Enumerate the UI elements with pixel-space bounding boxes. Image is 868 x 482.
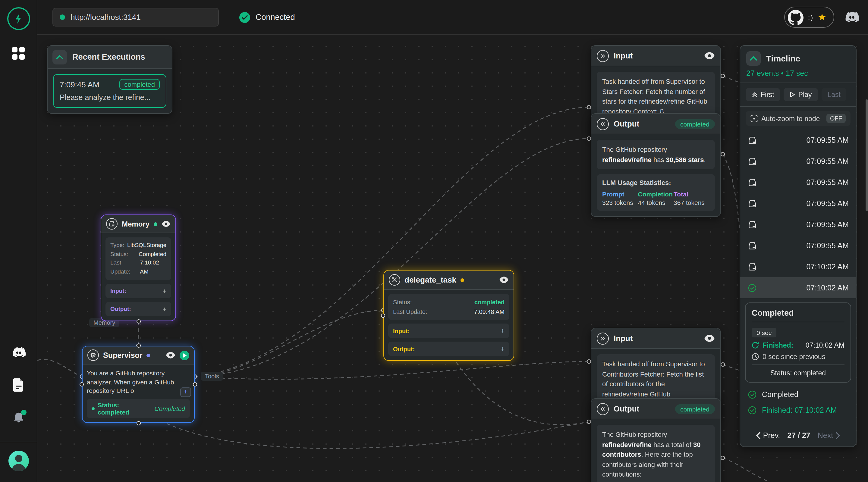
delegate-eye-icon[interactable] — [499, 277, 509, 283]
memory-node-body: Type:LibSQLStorage Status:Completed Last… — [101, 233, 176, 321]
event-status-text: Status: completed — [752, 369, 844, 377]
delegate-updated-label: Last Update: — [393, 307, 427, 316]
server-url-input[interactable]: http://localhost:3141 — [53, 8, 219, 27]
timeline-event-row[interactable]: 07:09:55 AM — [740, 214, 856, 235]
memory-type-value: LibSQLStorage — [127, 241, 166, 250]
edge-stub-3 — [723, 364, 741, 371]
app-logo-icon[interactable] — [7, 7, 30, 30]
timeline-controls: First Play Last — [740, 83, 856, 107]
llm-stat-total: Total 367 tokens — [674, 190, 710, 206]
supervisor-eye-icon[interactable] — [166, 352, 176, 358]
chevron-right-icon — [835, 432, 840, 439]
timeline-event-row[interactable]: 07:09:55 AM — [740, 193, 856, 214]
supervisor-left-handle[interactable] — [80, 382, 84, 386]
first-button[interactable]: First — [746, 88, 780, 101]
timeline-collapse-chevron-icon[interactable] — [746, 51, 761, 66]
user-avatar[interactable] — [8, 451, 29, 471]
github-star-button[interactable]: :) ★ — [784, 7, 834, 28]
supervisor-status-value: Completed — [154, 405, 185, 412]
chevron-left-icon — [756, 432, 761, 439]
event-duration-badge: 0 sec — [752, 328, 776, 338]
input-card-title: Input — [614, 51, 633, 60]
output-card-body: The GitHub repository refinedev/refine h… — [591, 419, 720, 482]
play-button[interactable]: Play — [784, 88, 818, 101]
expand-plus-button[interactable]: + — [180, 387, 191, 397]
timeline-event-row[interactable]: 07:09:55 AM — [740, 235, 856, 256]
supervisor-instructions: You are a GitHub repository analyzer. Wh… — [87, 369, 190, 395]
timeline-event-row[interactable]: 07:09:55 AM — [740, 130, 856, 151]
output-chevrons-icon — [597, 118, 609, 130]
apps-grid-icon[interactable] — [12, 47, 25, 60]
timeline-event-row[interactable]: 07:09:55 AM — [740, 172, 856, 193]
supervisor-status-text: Status: completed — [98, 401, 151, 416]
supervisor-status-dot — [147, 353, 150, 357]
supervisor-bottom-handle[interactable] — [136, 421, 141, 425]
memory-event-icon — [747, 135, 757, 145]
last-button[interactable]: Last — [821, 88, 846, 101]
timeline-completed-row: Completed — [740, 387, 856, 403]
memory-drive-icon — [106, 218, 118, 230]
finished-at-label: Finished: 07:10:02 AM — [762, 406, 837, 415]
expand-plus-icon[interactable]: + — [501, 327, 504, 334]
execution-status-badge: completed — [119, 79, 160, 90]
vertical-scrollbar[interactable] — [866, 99, 868, 211]
timeline-finished-row: Finished: 07:10:02 AM — [740, 403, 856, 418]
docs-icon[interactable] — [12, 378, 24, 395]
collapse-chevron-icon[interactable] — [53, 50, 67, 64]
finished-time: 07:10:02 AM — [806, 342, 844, 349]
server-status-dot — [60, 14, 65, 20]
memory-event-icon — [747, 178, 757, 187]
supervisor-node[interactable]: Supervisor You are a GitHub repository a… — [82, 346, 195, 423]
supervisor-node-header: Supervisor — [83, 347, 194, 364]
prev-button[interactable]: Prev. — [756, 431, 780, 440]
timeline-event-row[interactable]: 07:10:02 AM — [740, 256, 856, 277]
expand-plus-icon[interactable]: + — [162, 306, 166, 313]
edge-stub-4 — [723, 458, 770, 482]
delegate-status-label: Status: — [393, 298, 412, 307]
auto-zoom-state: OFF — [827, 114, 846, 123]
discord-topbar-icon[interactable] — [844, 11, 860, 23]
timeline-event-row-selected[interactable]: 07:10:02 AM — [740, 277, 856, 298]
memory-output-section[interactable]: Output: + — [105, 302, 171, 316]
delegate-status-dot — [461, 278, 464, 282]
memory-eye-icon[interactable] — [161, 221, 170, 227]
expand-plus-icon[interactable]: + — [162, 287, 166, 295]
connected-label: Connected — [255, 13, 295, 22]
supervisor-node-body: You are a GitHub repository analyzer. Wh… — [83, 364, 194, 422]
tool-icon — [389, 274, 400, 286]
input-card-eye-icon[interactable] — [704, 52, 715, 60]
llm-stat-completion: Completion 44 tokens — [638, 190, 674, 206]
connection-status: Connected — [239, 12, 295, 23]
delegate-updated-value: 7:09:48 AM — [474, 307, 504, 316]
memory-type-label: Type: — [110, 241, 124, 250]
connected-check-icon — [239, 12, 250, 23]
auto-zoom-toggle[interactable]: Auto-zoom to node OFF — [746, 111, 850, 126]
delegate-task-node[interactable]: delegate_task Status:completed Last Upda… — [383, 270, 514, 361]
supervisor-play-button[interactable] — [180, 350, 189, 360]
supervisor-right-handle[interactable] — [193, 382, 197, 386]
output-card-header: Output completed — [591, 399, 720, 419]
timeline-panel: Timeline 27 events • 17 sec First Play L… — [740, 45, 857, 447]
event-detail-title: Completed — [752, 309, 844, 318]
delegate-status-value: completed — [474, 298, 504, 307]
notifications-bell-icon[interactable] — [12, 412, 24, 427]
delegate-output-section[interactable]: Output: + — [388, 342, 509, 356]
input-card-eye-icon[interactable] — [704, 334, 715, 342]
output-text: The GitHub repository refinedev/refine h… — [597, 140, 715, 169]
recent-executions-panel: Recent Executions 7:09:45 AM completed P… — [47, 45, 173, 114]
expand-plus-icon[interactable]: + — [501, 345, 504, 352]
delegate-left-handle[interactable] — [381, 313, 385, 318]
execution-item[interactable]: 7:09:45 AM completed Please analyze the … — [53, 74, 166, 108]
timeline-event-row[interactable]: 07:09:55 AM — [740, 151, 856, 172]
completed-label: Completed — [762, 390, 798, 399]
supervisor-top-handle[interactable] — [136, 344, 141, 348]
memory-bottom-handle[interactable] — [136, 319, 141, 324]
top-bar: http://localhost:3141 Connected :) ★ — [37, 0, 868, 35]
memory-node[interactable]: Memory Type:LibSQLStorage Status:Complet… — [101, 215, 176, 321]
memory-event-icon — [747, 262, 757, 271]
delegate-input-section[interactable]: Input: + — [388, 324, 509, 338]
llm-usage-box: LLM Usage Statistics: Prompt 323 tokens … — [597, 174, 715, 211]
discord-icon[interactable] — [11, 347, 26, 361]
next-button[interactable]: Next — [818, 431, 840, 440]
memory-input-section[interactable]: Input: + — [105, 284, 171, 298]
